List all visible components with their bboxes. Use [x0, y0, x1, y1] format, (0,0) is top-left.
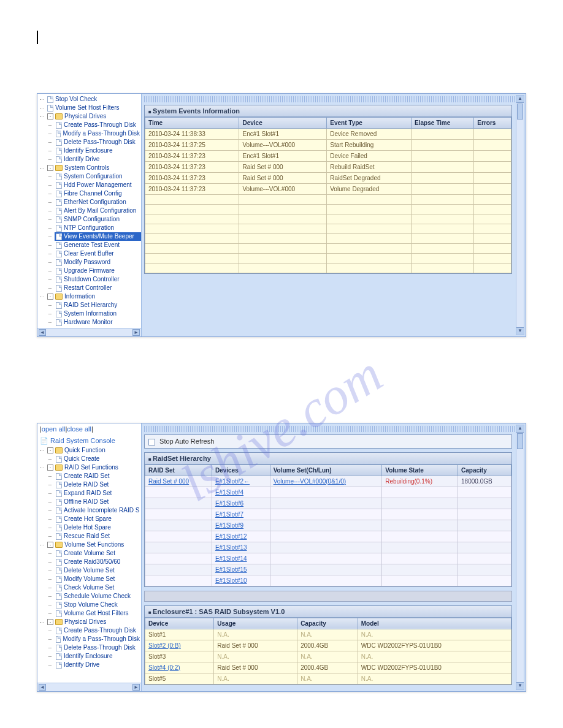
tree-item[interactable]: Identify Drive [55, 155, 141, 164]
table-link[interactable]: E#1Slot#4 [212, 487, 270, 498]
table-link[interactable]: E#1Slot#6 [212, 498, 270, 509]
tree-folder[interactable]: -System Controls [46, 164, 141, 172]
table-row: E#1Slot#4 [145, 487, 511, 498]
scroll-up-icon[interactable]: ▲ [516, 96, 524, 103]
tree-item[interactable]: Generate Test Event [55, 241, 141, 249]
expand-collapse-icon[interactable]: - [47, 464, 53, 471]
tree-item[interactable]: Identify Drive [55, 661, 141, 669]
tree-item[interactable]: Hdd Power Management [55, 181, 141, 189]
tree-folder[interactable]: -Quick Function [46, 446, 141, 455]
tree-item[interactable]: System Configuration [55, 172, 141, 181]
tree-item[interactable]: Clear Event Buffer [55, 249, 141, 258]
tree-item[interactable]: Delete Volume Set [55, 566, 141, 575]
table-row: Slot#1N.A.N.A.N.A. [145, 629, 511, 640]
tree-item[interactable]: Delete Pass-Through Disk [55, 138, 141, 146]
expand-collapse-icon[interactable]: - [47, 447, 53, 453]
page-icon [56, 499, 62, 506]
tree-item[interactable]: Identify Enclosure [55, 652, 141, 661]
column-header: Devices [212, 464, 270, 476]
table-link[interactable]: Volume---VOL#000(0&1/0) [270, 476, 382, 487]
tree-item[interactable]: Hardware Monitor [55, 318, 141, 327]
scroll-right-icon[interactable]: ► [132, 684, 140, 691]
tree-item[interactable]: NTP Configuration [55, 224, 141, 232]
tree-item[interactable]: View Events/Mute Beeper [55, 232, 141, 241]
tree-item[interactable]: Modify Password [55, 258, 141, 267]
table-link[interactable]: Raid Set # 000 [145, 476, 212, 487]
tree-item[interactable]: RAID Set Hierarchy [55, 301, 141, 309]
open-all-link[interactable]: open all [42, 425, 66, 433]
tree-item[interactable]: Create Pass-Through Disk [55, 121, 141, 129]
table-row: 2010-03-24 11:37:25Volume---VOL#000Start… [145, 140, 511, 151]
tree-item[interactable]: Create Hot Spare [55, 515, 141, 523]
tree-root-label[interactable]: 📄 Raid System Console [37, 436, 141, 446]
tree-item[interactable]: Delete Pass-Through Disk [55, 643, 141, 652]
tree-item[interactable]: Check Volume Set [55, 583, 141, 592]
tree-item[interactable]: Rescue Raid Set [55, 532, 141, 540]
table-link[interactable]: E#1Slot#15 [212, 564, 270, 575]
scroll-thumb[interactable] [517, 433, 523, 449]
expand-collapse-icon[interactable]: - [47, 294, 53, 300]
tree-folder[interactable]: -Information [46, 292, 141, 301]
tree-item[interactable]: Stop Vol Check [46, 95, 141, 104]
slot-link[interactable]: Slot#2 (0:B) [145, 640, 214, 651]
tree-item[interactable]: Fibre Channel Config [55, 189, 141, 198]
tree-item[interactable]: Expand RAID Set [55, 489, 141, 498]
tree-hscrollbar[interactable]: ◄ ► [37, 328, 141, 336]
tree-item[interactable]: Modify a Pass-Through Disk [55, 635, 141, 643]
expand-collapse-icon[interactable]: - [47, 619, 53, 625]
scroll-down-icon[interactable]: ▼ [516, 327, 524, 335]
tree-folder[interactable]: -RAID Set Functions [46, 463, 141, 472]
expand-collapse-icon[interactable]: - [47, 165, 53, 171]
tree-item[interactable]: EtherNet Configuration [55, 198, 141, 207]
main-vscrollbar[interactable]: ▲ ▼ [516, 95, 524, 335]
tree-folder[interactable]: -Physical Drives [46, 618, 141, 626]
tree-item[interactable]: Delete RAID Set [55, 480, 141, 489]
tree-item-label: Check Volume Set [64, 583, 114, 592]
tree-item[interactable]: Stop Volume Check [55, 601, 141, 609]
tree-item[interactable]: Volume Set Host Filters [46, 104, 141, 112]
table-link[interactable]: E#1Slot#2← [212, 476, 270, 487]
tree-item[interactable]: Schedule Volume Check [55, 592, 141, 601]
tree-item[interactable]: Modify a Pass-Through Disk [55, 129, 141, 138]
tree-item[interactable]: Create Volume Set [55, 549, 141, 558]
tree-item[interactable]: Upgrade Firmware [55, 267, 141, 275]
close-all-link[interactable]: close all [67, 425, 91, 433]
tree-item[interactable]: Delete Hot Spare [55, 523, 141, 532]
tree-item[interactable]: Modify Volume Set [55, 575, 141, 583]
tree-item[interactable]: Identify Enclosure [55, 146, 141, 155]
table-link[interactable]: E#1Slot#14 [212, 553, 270, 564]
scroll-right-icon[interactable]: ► [132, 329, 140, 336]
nav-tree-2[interactable]: -Quick FunctionQuick Create-RAID Set Fun… [37, 446, 141, 669]
stop-refresh-checkbox[interactable] [148, 439, 155, 446]
tree-item[interactable]: Restart Controller [55, 284, 141, 292]
tree-item[interactable]: Volume Get Host Filters [55, 609, 141, 618]
tree-item[interactable]: SNMP Configuration [55, 215, 141, 224]
tree-hscrollbar-2[interactable]: ◄ ► [37, 683, 141, 691]
scroll-down-icon[interactable]: ▼ [516, 682, 524, 689]
tree-item[interactable]: Activate Incomplete RAID S [55, 506, 141, 515]
tree-item[interactable]: System Information [55, 309, 141, 318]
tree-folder[interactable]: -Volume Set Functions [46, 540, 141, 549]
tree-item[interactable]: Shutdown Controller [55, 275, 141, 284]
tree-item[interactable]: Alert By Mail Configuration [55, 207, 141, 215]
tree-item[interactable]: Create RAID Set [55, 472, 141, 480]
scroll-left-icon[interactable]: ◄ [39, 684, 46, 691]
scroll-thumb[interactable] [517, 104, 523, 119]
scroll-left-icon[interactable]: ◄ [39, 329, 46, 336]
table-link[interactable]: E#1Slot#7 [212, 509, 270, 520]
main-vscrollbar-2[interactable]: ▲ ▼ [516, 425, 524, 690]
tree-item[interactable]: Quick Create [55, 455, 141, 463]
tree-item[interactable]: Offline RAID Set [55, 498, 141, 506]
expand-collapse-icon[interactable]: - [47, 113, 53, 119]
scroll-up-icon[interactable]: ▲ [516, 425, 524, 433]
table-link[interactable]: E#1Slot#13 [212, 542, 270, 553]
table-link[interactable]: E#1Slot#9 [212, 520, 270, 531]
nav-tree[interactable]: Stop Vol CheckVolume Set Host Filters-Ph… [37, 95, 141, 327]
slot-link[interactable]: Slot#4 (0:2) [145, 662, 214, 673]
tree-item[interactable]: Create Raid30/50/60 [55, 558, 141, 566]
table-link[interactable]: E#1Slot#12 [212, 531, 270, 542]
tree-folder[interactable]: -Physical Drives [46, 112, 141, 121]
table-link[interactable]: E#1Slot#10 [212, 575, 270, 586]
expand-collapse-icon[interactable]: - [47, 542, 53, 548]
tree-item[interactable]: Create Pass-Through Disk [55, 626, 141, 635]
